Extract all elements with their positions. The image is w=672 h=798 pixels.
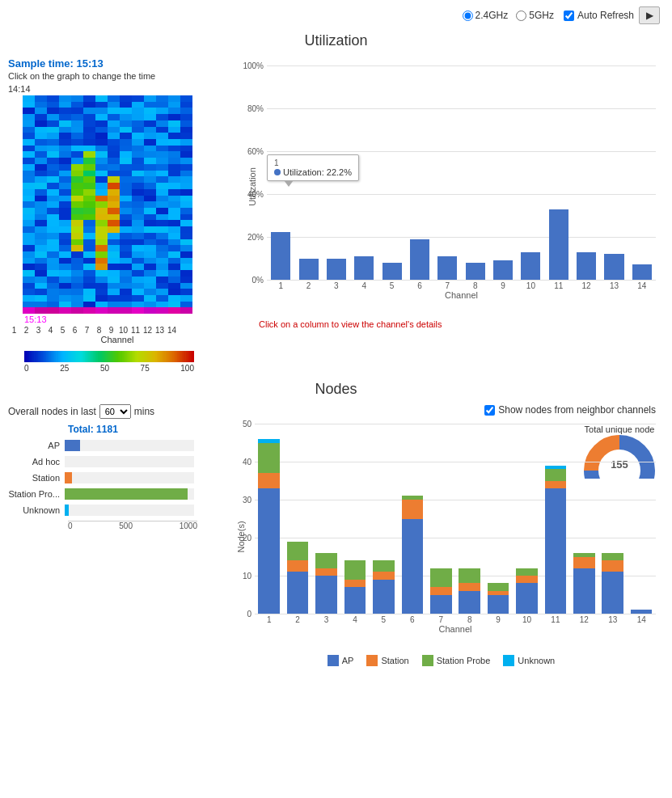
legend-label: Unknown [518, 656, 555, 665]
hint-prefix: Click on a column to view the [259, 319, 377, 329]
freq-24-radio[interactable] [463, 11, 473, 21]
tooltip-text: Utilization: 22.2% [283, 167, 352, 177]
overall-label-text: Overall nodes in last [8, 406, 96, 417]
auto-refresh-checkbox-label[interactable]: Auto Refresh [564, 10, 634, 21]
nodes-section: Nodes Overall nodes in last 603015 mins … [0, 373, 672, 674]
stacked-bars[interactable] [255, 424, 656, 614]
sample-time-label: Sample time: [8, 57, 74, 70]
legend-color [328, 655, 339, 666]
stacked-x-label: Channel [255, 624, 656, 634]
colorbar [24, 351, 194, 362]
chart-legend: APStationStation ProbeUnknown [218, 655, 664, 666]
util-y-axis-label: Utilization [247, 167, 257, 206]
auto-refresh-group: Auto Refresh ▶ [564, 6, 660, 24]
hbar-row: Ad hoc [8, 456, 210, 467]
nodes-right: Show nodes from neighbor channels Total … [210, 404, 664, 666]
util-chart-area: Utilization 100%80%60%40%20%0% 1 Utiliza… [218, 57, 664, 316]
legend-item: Station [366, 655, 408, 666]
hbar-chart: Total: 1181 APAd hocStationStation Pro..… [8, 424, 210, 530]
sample-time-value: 15:13 [77, 57, 104, 70]
hbar-rows: APAd hocStationStation Pro...Unknown [8, 440, 210, 516]
freq-5-option[interactable]: 5GHz [516, 10, 554, 21]
show-neighbor: Show nodes from neighbor channels [218, 404, 664, 416]
legend-label: Station Probe [437, 656, 491, 665]
stacked-x-ticks: 1234567891011121314 [255, 615, 656, 624]
heatmap-section: Sample time: 15:13 Click on the graph to… [8, 57, 210, 373]
freq-5-label: 5GHz [529, 10, 554, 21]
play-icon: ▶ [646, 10, 653, 21]
overall-label: Overall nodes in last 603015 mins [8, 404, 210, 419]
stacked-chart: Node(s) 50403020100 1234567891011121314 … [218, 424, 664, 650]
legend-color [422, 655, 433, 666]
legend-label: AP [342, 656, 354, 665]
show-neighbor-label[interactable]: Show nodes from neighbor channels [484, 404, 656, 416]
auto-refresh-label: Auto Refresh [577, 10, 634, 21]
utilization-chart: Utilization 100%80%60%40%20%0% 1 Utiliza… [210, 57, 664, 373]
freq-24-label: 2.4GHz [475, 10, 509, 21]
show-neighbor-text: Show nodes from neighbor channels [498, 404, 656, 416]
heatmap-x-label: Channel [24, 335, 210, 344]
util-x-ticks: 1234567891011121314 [267, 281, 656, 290]
legend-item: Station Probe [422, 655, 491, 666]
tooltip-channel: 1 [274, 158, 352, 167]
hbar-x-axis: 05001000 [68, 521, 210, 530]
legend-item: AP [328, 655, 354, 666]
heatmap-bottom-time: 15:13 [24, 315, 210, 324]
utilization-row: Sample time: 15:13 Click on the graph to… [0, 57, 672, 373]
hbar-row: Station [8, 472, 210, 483]
top-controls: 2.4GHz 5GHz Auto Refresh ▶ [0, 0, 672, 27]
legend-label: Station [381, 656, 408, 665]
hbar-row: AP [8, 440, 210, 451]
utilization-title: Utilization [0, 32, 672, 49]
util-click-hint: Click on a column to view the channel's … [259, 319, 664, 329]
sample-time: Sample time: 15:13 [8, 57, 210, 70]
stacked-inner: 50403020100 1234567891011121314 Channel [255, 424, 656, 634]
util-chart-inner: 100%80%60%40%20%0% 1 Utilization: 22.2% … [267, 57, 656, 300]
nodes-total: Total: 1181 [68, 424, 210, 435]
hbar-chart-area: Total: 1181 APAd hocStationStation Pro..… [8, 424, 210, 530]
colorbar-labels: 0255075100 [24, 364, 194, 373]
hbar-row: Station Pro... [8, 488, 210, 500]
hint-link: channel's details [377, 319, 442, 329]
heatmap-channel-axis: 1234567891011121314 [8, 326, 178, 335]
freq-24-option[interactable]: 2.4GHz [463, 10, 509, 21]
nodes-title: Nodes [8, 381, 664, 398]
frequency-radio-group: 2.4GHz 5GHz [463, 10, 554, 21]
tooltip-dot [274, 169, 281, 175]
heatmap-top-time: 14:14 [8, 84, 210, 94]
util-x-label: Channel [267, 290, 656, 300]
legend-item: Unknown [503, 655, 555, 666]
nodes-left: Overall nodes in last 603015 mins Total:… [8, 404, 210, 666]
auto-refresh-checkbox[interactable] [564, 11, 574, 21]
hbar-row: Unknown [8, 505, 210, 516]
freq-5-radio[interactable] [516, 11, 526, 21]
heatmap-grid[interactable] [23, 95, 192, 314]
nodes-row: Overall nodes in last 603015 mins Total:… [8, 404, 664, 666]
heatmap-click-hint: Click on the graph to change the time [8, 71, 210, 81]
legend-color [503, 655, 514, 666]
mins-label: mins [134, 406, 154, 417]
show-neighbor-checkbox[interactable] [484, 405, 495, 416]
mins-dropdown[interactable]: 603015 [99, 404, 131, 419]
play-button[interactable]: ▶ [639, 6, 660, 24]
util-tooltip: 1 Utilization: 22.2% [267, 154, 359, 181]
legend-color [366, 655, 378, 666]
